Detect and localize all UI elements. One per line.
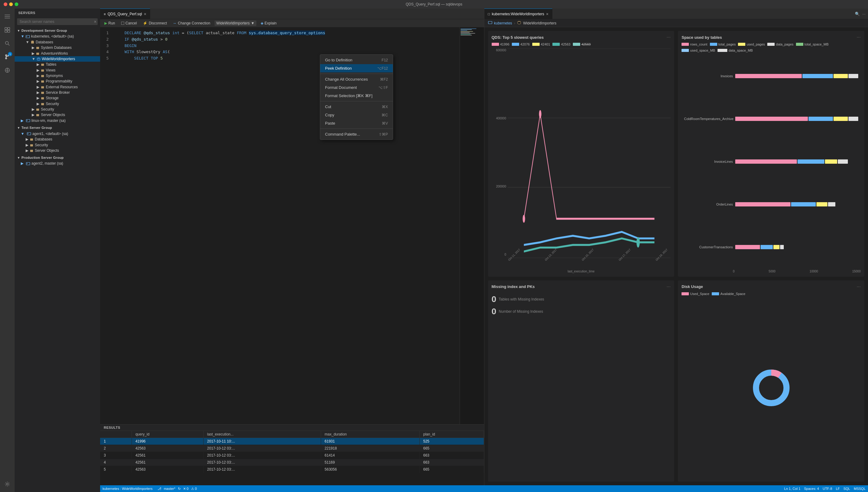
ctx-go-to-definition[interactable]: Go to Definition F12 [320, 56, 393, 64]
stat-row: 0 Tables with Missing Indexes [492, 294, 671, 304]
maximize-button[interactable] [15, 2, 18, 6]
table-row[interactable]: 5 42563 2017-10-12 03:... 563056 665 [100, 466, 484, 473]
linux-vm-server[interactable]: ▶ linux-vm, master (sa) [15, 118, 100, 123]
run-button[interactable]: ▶ Run [103, 21, 117, 26]
window-controls[interactable] [4, 2, 18, 6]
security-folder[interactable]: ▶ Security [15, 106, 100, 112]
agent1-server-objects-folder[interactable]: ▶ Server Objects [15, 148, 100, 153]
chevron-right-icon: ▶ [36, 62, 40, 67]
external-resources-folder[interactable]: ▶ External Resources [15, 84, 100, 90]
ctx-command-palette[interactable]: Command Palette... ⇧⌘P [320, 130, 393, 138]
table-row[interactable]: 1 41996 2017-10-11 10:... 61931 525 [100, 438, 484, 445]
agent1-security-folder[interactable]: ▶ Security [15, 142, 100, 148]
sidebar-header: SERVERS [15, 8, 100, 17]
col-max-dur[interactable]: max_duration [321, 431, 419, 438]
settings-icon[interactable] [2, 478, 13, 490]
sync-icon[interactable]: ↻ [178, 487, 181, 491]
svg-point-34 [756, 373, 787, 403]
encoding: UTF-8 [822, 487, 832, 490]
prod-group-header[interactable]: ▼ Production Server Group [15, 154, 100, 161]
tab-dashboard-label: kubernetes:WideWorldImporters [492, 12, 544, 16]
ctx-copy[interactable]: Copy ⌘C [320, 111, 393, 119]
security-db-folder[interactable]: ▶ Security [15, 101, 100, 106]
stat-value: 0 [492, 294, 497, 304]
service-broker-folder[interactable]: ▶ Service Broker [15, 90, 100, 95]
col-plan-id[interactable]: plan_id [419, 431, 484, 438]
dashboard-icon: □ [488, 12, 490, 16]
programmability-folder[interactable]: ▶ Programmability [15, 78, 100, 84]
ctx-paste[interactable]: Paste ⌘V [320, 119, 393, 127]
synonyms-label: Synonyms [46, 74, 63, 78]
space-x-axis: 0 5000 10000 15000 [682, 270, 861, 273]
table-row[interactable]: 2 42563 2017-10-12 03:... 221918 665 [100, 445, 484, 452]
tab-dashboard[interactable]: □ kubernetes:WideWorldImporters × [484, 8, 553, 19]
stat-label: Number of Missing Indexes [499, 310, 543, 314]
search-icon[interactable]: 🔍 [855, 11, 860, 16]
agent1-server[interactable]: ▼ agent1, <default> (sa) [15, 131, 100, 137]
breadcrumb-server[interactable]: kubernetes [494, 21, 512, 25]
missing-index-menu-icon[interactable]: ··· [666, 284, 670, 290]
test-group-header[interactable]: ▼ Test Server Group [15, 125, 100, 131]
tab-qds-query[interactable]: ≡ QDS_Query_Perf.sql × [100, 8, 150, 19]
minimize-button[interactable] [9, 2, 13, 6]
database-dropdown[interactable]: WideWorldImporters ▼ [215, 21, 256, 26]
tab-close-icon[interactable]: × [144, 11, 146, 17]
disconnect-button[interactable]: ⚡ Disconnect [141, 21, 168, 26]
agent1-databases-folder[interactable]: ▶ Databases [15, 137, 100, 142]
svg-rect-17 [27, 36, 27, 36]
connections-icon[interactable] [2, 65, 13, 76]
explorer-icon[interactable] [2, 24, 13, 35]
ctx-divider-3 [320, 128, 393, 129]
close-button[interactable] [4, 2, 7, 6]
tables-folder[interactable]: ▶ Tables [15, 62, 100, 67]
explain-button[interactable]: ◈ Explain [259, 21, 278, 26]
server-search-box[interactable]: × [17, 18, 98, 25]
search-clear-icon[interactable]: × [94, 19, 97, 24]
storage-folder[interactable]: ▶ Storage [15, 95, 100, 101]
missing-index-card: Missing index and PKs ··· 0 Tables with … [488, 280, 675, 482]
ctx-format-document[interactable]: Format Document ⌥⇧F [320, 83, 393, 92]
results-table[interactable]: query_id last_execution... max_duration … [100, 431, 484, 485]
disk-chart-area [682, 298, 861, 478]
wideworldimporters-db[interactable]: ▼ WideWorldImporters [15, 56, 100, 62]
synonyms-folder[interactable]: ▶ Synonyms [15, 73, 100, 78]
dev-group-header[interactable]: ▼ Development Server Group [15, 27, 100, 33]
external-resources-label: External Resources [46, 85, 78, 89]
kubernetes-server[interactable]: ▼ kubernetes, <default> (sa) [15, 33, 100, 40]
col-last-exec[interactable]: last_execution... [203, 431, 321, 438]
databases-folder[interactable]: ▼ Databases [15, 40, 100, 45]
menu-icon[interactable] [2, 11, 13, 22]
table-row[interactable]: 3 42561 2017-10-12 03:... 61414 663 [100, 452, 484, 459]
tab-close-dashboard-icon[interactable]: × [546, 11, 549, 17]
ctx-peek-definition[interactable]: Peek Definition ⌥F12 [320, 64, 393, 72]
svg-rect-16 [26, 35, 30, 38]
disk-usage-menu-icon[interactable]: ··· [857, 284, 861, 290]
ctx-copy-label: Copy [325, 113, 334, 117]
ctx-cut[interactable]: Cut ⌘X [320, 103, 393, 111]
col-query-id[interactable]: query_id [132, 431, 203, 438]
change-connection-button[interactable]: ↔ Change Connection [171, 21, 212, 26]
dropdown-arrow-icon: ▼ [251, 21, 255, 25]
agent2-server[interactable]: ▶ agent2, master (sa) [15, 161, 100, 167]
code-editor[interactable]: DECLARE @qds_status int = (SELECT actual… [125, 27, 484, 424]
chevron-right-icon: ▶ [36, 96, 40, 100]
svg-rect-1 [5, 16, 10, 17]
search-input[interactable] [17, 18, 98, 25]
breadcrumb-db[interactable]: WideWorldImporters [523, 21, 556, 25]
adventureworks-folder[interactable]: ▶ AdventureWorks [15, 50, 100, 56]
chevron-right-icon: ▶ [32, 46, 34, 50]
branch-name[interactable]: master* [164, 487, 176, 490]
qds-chart-menu-icon[interactable]: ··· [666, 34, 670, 40]
table-row[interactable]: 4 42561 2017-10-12 03:... 51169 663 [100, 459, 484, 466]
cancel-button[interactable]: Cancel [119, 21, 138, 26]
server-objects-folder[interactable]: ▶ Server Objects [15, 112, 100, 118]
ctx-change-occurrences[interactable]: Change All Occurrences ⌘F2 [320, 75, 393, 83]
space-chart-menu-icon[interactable]: ··· [857, 34, 861, 40]
search-activity-icon[interactable] [2, 38, 13, 49]
chevron-down-icon: ▼ [17, 29, 20, 32]
more-icon[interactable]: ··· [862, 11, 866, 16]
system-databases-folder[interactable]: ▶ System Databases [15, 45, 100, 50]
views-folder[interactable]: ▶ Views [15, 67, 100, 73]
git-icon[interactable]: 1 [2, 51, 13, 62]
ctx-format-selection[interactable]: Format Selection [⌘K ⌘F] [320, 92, 393, 100]
